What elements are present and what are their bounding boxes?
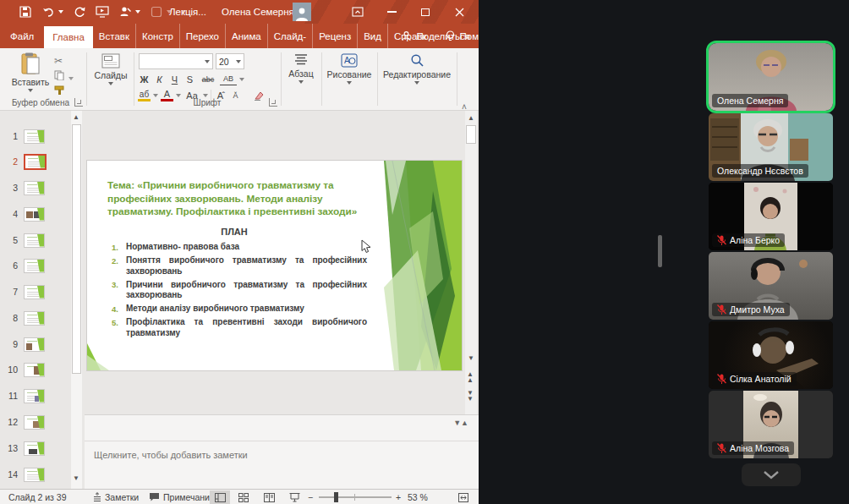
font-size-combobox[interactable]: 20 <box>216 53 244 69</box>
slide-title[interactable]: Тема: «Причини виробничого травматизму т… <box>107 179 395 219</box>
thumbnail-slide-6[interactable]: 6 <box>0 253 69 278</box>
bold-button[interactable]: Ж <box>138 73 151 85</box>
undo-dropdown-caret[interactable] <box>58 10 63 14</box>
ribbon: Вставить ✂ Буфер обмена Слайды <box>0 48 479 111</box>
thumbnail-slide-12[interactable]: 12 <box>0 409 69 435</box>
reading-view-button[interactable] <box>259 490 279 504</box>
start-slideshow-icon[interactable] <box>96 5 109 19</box>
thumbnail-slide-14[interactable]: 14 <box>0 462 69 487</box>
thumbnail-scrollbar[interactable]: ▲ ▼ <box>71 111 82 489</box>
share-button[interactable]: Поделиться <box>401 24 470 48</box>
muted-mic-icon <box>717 235 726 245</box>
video-tile-alina-mozghova[interactable]: Аліна Мозгова <box>709 391 833 458</box>
more-participants-button[interactable] <box>742 463 801 486</box>
new-slide-button[interactable]: Слайды <box>91 53 130 85</box>
ink-user-dropdown-caret[interactable] <box>135 10 140 14</box>
video-tile-oleksandr-niesvietov[interactable]: Олександр Нєсвєтов <box>709 113 833 181</box>
underline-button[interactable]: Ч <box>168 73 181 85</box>
strikethrough-button[interactable]: abc <box>199 73 217 85</box>
notes-pane[interactable]: ▼▲ Щелкните, чтобы добавить заметки <box>85 414 479 489</box>
tab-home[interactable]: Главна <box>44 26 93 48</box>
slide-sorter-view-button[interactable] <box>233 490 254 504</box>
tab-insert[interactable]: Вставк <box>93 24 136 48</box>
ribbon-display-options-icon[interactable] <box>345 0 370 24</box>
thumbnail-slide-3[interactable]: 3 <box>0 175 69 200</box>
paste-label: Вставить <box>12 77 50 87</box>
clipboard-dialog-launcher[interactable] <box>74 98 83 107</box>
undo-icon[interactable] <box>41 5 55 19</box>
video-tile-alina-berko[interactable]: Аліна Берко <box>709 183 833 250</box>
close-button[interactable] <box>446 0 472 24</box>
normal-view-button[interactable] <box>210 490 230 504</box>
tab-animations[interactable]: Анима <box>226 24 268 48</box>
save-icon[interactable] <box>19 5 32 19</box>
thumbnail-scroll-down-icon[interactable]: ▼ <box>73 474 79 482</box>
thumbnail-scroll-up-icon[interactable]: ▲ <box>73 113 79 121</box>
zoom-slider-track[interactable] <box>319 496 392 498</box>
video-tile-silka-anatolii[interactable]: Сілка Анатолій <box>709 321 833 389</box>
thumbnail-slide-9[interactable]: 9 <box>0 331 69 357</box>
editing-button[interactable]: Редактирование <box>381 53 453 85</box>
paragraph-button[interactable]: Абзац <box>284 53 318 84</box>
tab-design[interactable]: Констр <box>136 24 180 48</box>
notes-toggle[interactable]: Заметки <box>93 490 139 504</box>
drawing-button[interactable]: A Рисование <box>325 53 374 85</box>
editor-scrollbar[interactable]: ▲ ▼ ▲▲ ▼▼ <box>465 111 477 414</box>
participant-name: Дмитро Муха <box>730 304 785 315</box>
participant-name: Олена Семерня <box>717 96 783 106</box>
slide-canvas[interactable]: Тема: «Причини виробничого травматизму т… <box>87 161 462 370</box>
editor-scroll-down-icon[interactable]: ▼ <box>468 354 474 362</box>
maximize-button[interactable] <box>413 0 438 24</box>
next-slide-button[interactable]: ▼▼ <box>467 390 473 402</box>
fit-slide-to-window-button[interactable] <box>453 490 474 504</box>
thumbnail-slide-4[interactable]: 4 <box>0 201 69 227</box>
notes-placeholder[interactable]: Щелкните, чтобы добавить заметки <box>94 450 248 460</box>
tab-file[interactable]: Файл <box>0 24 44 48</box>
thumbnail-slide-11[interactable]: 11 <box>0 383 69 408</box>
disabled-command-icon <box>150 5 163 19</box>
paste-button[interactable]: Вставить <box>10 52 51 92</box>
tab-transitions[interactable]: Перехо <box>180 24 226 48</box>
previous-slide-button[interactable]: ▲▲ <box>467 371 473 383</box>
comments-toggle[interactable]: Примечания <box>149 490 215 504</box>
thumbnail-slide-7[interactable]: 7 <box>0 279 69 304</box>
character-spacing-button[interactable]: АВ <box>220 73 237 85</box>
thumbnail-slide-1[interactable]: 1 <box>0 123 69 149</box>
slideshow-view-button[interactable] <box>284 490 304 504</box>
thumbnail-slide-5[interactable]: 5 <box>0 227 69 253</box>
video-tile-dmytro-mukha[interactable]: Дмитро Муха <box>709 252 833 320</box>
tab-review[interactable]: Реценз <box>313 24 358 48</box>
account-name[interactable]: Олена Семерня <box>222 0 294 24</box>
panel-drag-handle[interactable] <box>658 235 662 267</box>
copy-button[interactable] <box>54 70 74 82</box>
editor-scroll-up-icon[interactable]: ▲ <box>468 114 474 122</box>
thumbnail-slide-13[interactable]: 13 <box>0 436 69 461</box>
thumbnail-scrollbar-thumb[interactable] <box>72 124 81 374</box>
copy-dropdown-caret <box>68 77 74 80</box>
notes-collapse-icon[interactable]: ▼▲ <box>453 419 468 427</box>
minimize-button[interactable] <box>379 0 404 24</box>
italic-button[interactable]: К <box>153 73 166 85</box>
thumbnail-slide-10[interactable]: 10 <box>0 357 69 382</box>
zoom-out-button[interactable]: − <box>308 490 313 504</box>
tab-slideshow[interactable]: Слайд- <box>268 24 313 48</box>
zoom-slider-handle[interactable] <box>334 492 338 502</box>
font-name-combobox[interactable] <box>139 53 213 69</box>
thumbnail-slide-8[interactable]: 8 <box>0 305 69 331</box>
zoom-in-button[interactable]: + <box>396 490 401 504</box>
search-icon <box>410 53 424 68</box>
slide-plan-list[interactable]: 1.Нормативно- правова база 2.Поняття вир… <box>112 242 367 342</box>
avatar[interactable] <box>293 3 311 21</box>
format-painter-button[interactable] <box>54 85 65 97</box>
redo-icon[interactable] <box>73 5 86 19</box>
thumbnail-slide-2-selected[interactable]: 2 <box>0 149 69 174</box>
font-dialog-launcher[interactable] <box>269 98 277 107</box>
text-shadow-button[interactable]: S <box>183 73 196 85</box>
editor-scrollbar-thumb[interactable] <box>466 125 476 144</box>
zoom-level[interactable]: 53 % <box>408 490 428 504</box>
tab-view[interactable]: Вид <box>358 24 388 48</box>
cut-button[interactable]: ✂ <box>54 55 63 67</box>
video-tile-olena-semernia[interactable]: Олена Семерня <box>709 43 833 111</box>
ink-user-icon[interactable] <box>118 5 132 19</box>
participant-name: Олександр Нєсвєтов <box>717 166 803 176</box>
